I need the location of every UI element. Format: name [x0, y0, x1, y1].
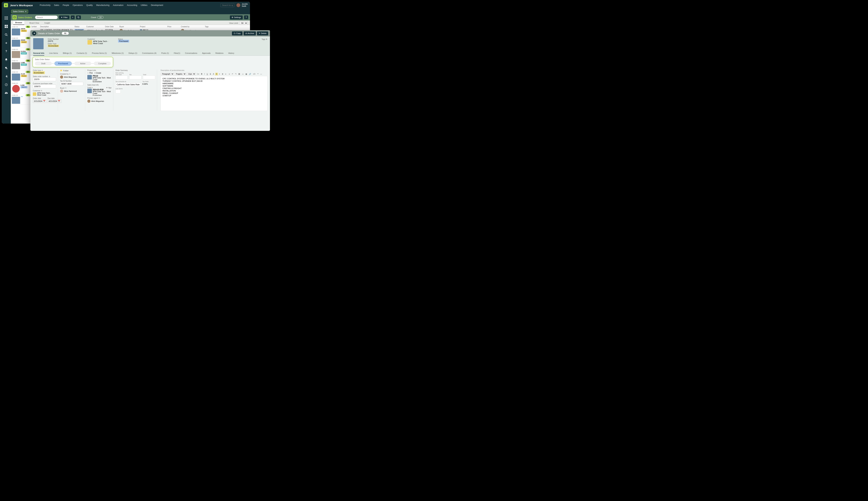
external-link-icon[interactable]: ⧉	[65, 87, 66, 89]
tab-board[interactable]: Board View	[30, 21, 39, 25]
tab-sales-orders[interactable]: Sales Orders ✕	[11, 10, 28, 13]
numbered-icon[interactable]: ≣	[221, 73, 224, 75]
nav-sales[interactable]: Sales	[54, 4, 59, 7]
search-app-input[interactable]	[221, 3, 234, 7]
redo-icon[interactable]: ↷	[234, 73, 237, 75]
copy-button[interactable]: 🗀Copy	[232, 31, 243, 35]
external-link-icon[interactable]: ⧉	[92, 87, 93, 88]
detail-tab[interactable]: Process Items (1)	[92, 51, 107, 55]
rte-size[interactable]: 11px	[187, 73, 195, 75]
bold-icon[interactable]: B	[200, 73, 203, 75]
settings-button[interactable]: ⚙Settings	[230, 15, 243, 19]
tab-close-icon[interactable]: ✕	[25, 10, 27, 13]
detail-tab[interactable]: Milestones (1)	[112, 51, 124, 55]
user-menu[interactable]: JenniferSistilli	[236, 3, 248, 7]
upload-icon[interactable]	[4, 91, 8, 95]
detail-tab[interactable]: History	[228, 51, 234, 55]
nav-automation[interactable]: Automation	[113, 4, 124, 7]
search-input[interactable]	[35, 15, 57, 19]
list-item[interactable]: Order ID:47	[11, 93, 31, 105]
detail-tab[interactable]: Billings (1)	[63, 51, 72, 55]
quote-icon[interactable]: ❝	[257, 73, 259, 75]
bullet-icon[interactable]: ≡	[219, 73, 221, 75]
hr-icon[interactable]: —	[260, 73, 263, 75]
archive-button[interactable]: 🗃Archive	[244, 31, 256, 35]
status-step[interactable]: Active	[74, 62, 91, 65]
list-item[interactable]: Order ID:57 #1-23Econo	[11, 70, 31, 82]
external-link-icon[interactable]: ⧉	[266, 38, 267, 40]
customer-chip[interactable]: APW Solar Tech - West Coast	[33, 92, 56, 96]
tax-schedule[interactable]: California State Sales Rate	[115, 83, 141, 86]
list-item[interactable]: Order ID:59 5-1312Coolin	[11, 47, 31, 59]
nav-manufacturing[interactable]: Manufacturing	[96, 4, 109, 7]
detail-tab[interactable]: Posts (1)	[161, 51, 169, 55]
list-item[interactable]: Order ID:90 34343Econo	[11, 36, 31, 47]
nav-development[interactable]: Development	[151, 4, 163, 7]
nav-people[interactable]: People	[63, 4, 69, 7]
outdent-icon[interactable]: ⇤	[224, 73, 227, 75]
detail-tab[interactable]: Relations	[215, 51, 223, 55]
strike-icon[interactable]: S	[209, 73, 212, 75]
pick-action[interactable]: ☞Pick	[87, 72, 93, 74]
filter-button[interactable]: ▼Filter	[59, 15, 69, 19]
underline-icon[interactable]: U	[206, 73, 209, 75]
list-item[interactable]: Order ID:49 1-230TEST P	[11, 82, 31, 93]
detail-tab[interactable]: Commissions (4)	[142, 51, 157, 55]
image-icon[interactable]: 🖼	[238, 73, 241, 75]
cpo-input[interactable]	[33, 85, 56, 88]
detail-tab[interactable]: Files(1)	[174, 51, 180, 55]
code-icon[interactable]: </>	[252, 73, 256, 75]
create-action[interactable]: +Create	[94, 72, 101, 74]
help-button[interactable]: ?	[244, 15, 248, 19]
order-date-input[interactable]: 2/21/2024📅	[33, 99, 46, 103]
search-icon[interactable]	[4, 33, 8, 36]
delete-button[interactable]: ✕Delete	[257, 31, 268, 35]
nav-operations[interactable]: Operations	[73, 4, 83, 7]
buyer-chip[interactable]: Alicia Hammond	[60, 89, 83, 93]
gear-icon[interactable]: ⚙	[49, 76, 50, 77]
detail-tab[interactable]: General Info	[33, 51, 44, 55]
rte-paragraph[interactable]: Paragraph	[161, 73, 174, 75]
clock-icon[interactable]	[4, 83, 8, 86]
color-icon[interactable]: A	[212, 73, 215, 75]
nav-quality[interactable]: Quality	[86, 4, 93, 7]
description-editor[interactable]: CPC CONTROL SYSTEM UPGRADE TO OVENS 1 & …	[161, 76, 267, 111]
limit-select[interactable]: 50	[240, 21, 247, 25]
status-step[interactable]: Complete	[94, 62, 111, 65]
tags-field[interactable]: Tags⧉	[262, 38, 267, 40]
chat-icon[interactable]	[4, 66, 8, 70]
external-link-icon[interactable]: ⧉	[69, 73, 70, 75]
created-by-chip[interactable]: Ahrin Meguerian	[60, 75, 83, 78]
tab-insight[interactable]: Insight	[44, 21, 50, 25]
italic-icon[interactable]: I	[204, 73, 205, 75]
folder-link[interactable]: 📁Folder	[60, 70, 83, 72]
detail-tab[interactable]: Conversations	[185, 51, 197, 55]
rte-font[interactable]: Poppins	[174, 73, 186, 75]
link-icon[interactable]: 🔗	[248, 73, 252, 75]
detail-tab[interactable]: Delays (1)	[128, 51, 137, 55]
apps-icon[interactable]	[4, 16, 8, 20]
nav-accounting[interactable]: Accounting	[127, 4, 137, 7]
external-link-icon[interactable]: ⧉	[42, 70, 43, 71]
external-link-icon[interactable]: ⧉	[125, 81, 126, 83]
bell-icon[interactable]	[4, 58, 8, 62]
indent-icon[interactable]: ⇥	[228, 73, 231, 75]
list-item[interactable]: Order ID:91 23379Econo	[11, 25, 31, 36]
add-button[interactable]: +	[71, 15, 75, 19]
back-button[interactable]	[32, 31, 36, 35]
order-type-value[interactable]: Econoclave	[33, 71, 45, 74]
add-icon[interactable]: +	[4, 41, 8, 45]
dashboard-icon[interactable]	[4, 25, 8, 28]
due-date-input[interactable]: 4/21/2024📅	[47, 99, 61, 103]
lead-card[interactable]: 2024-02-0530APW Solar Tech - West CoastE…	[87, 89, 112, 96]
tab-browse[interactable]: Browse	[13, 21, 24, 25]
list-item[interactable]: Order ID:58 1-355Coolin	[11, 59, 31, 70]
table-icon[interactable]: ▦	[245, 73, 248, 75]
run-icon[interactable]	[4, 75, 8, 78]
duplicate-button[interactable]	[76, 15, 81, 19]
status-step[interactable]: Purchased	[54, 62, 72, 66]
rte-heading[interactable]: 1 ▾	[196, 73, 200, 75]
undo-icon[interactable]: ↶	[231, 73, 234, 75]
detail-tab[interactable]: Contacts (1)	[76, 51, 87, 55]
help-icon[interactable]: ?	[4, 50, 8, 53]
